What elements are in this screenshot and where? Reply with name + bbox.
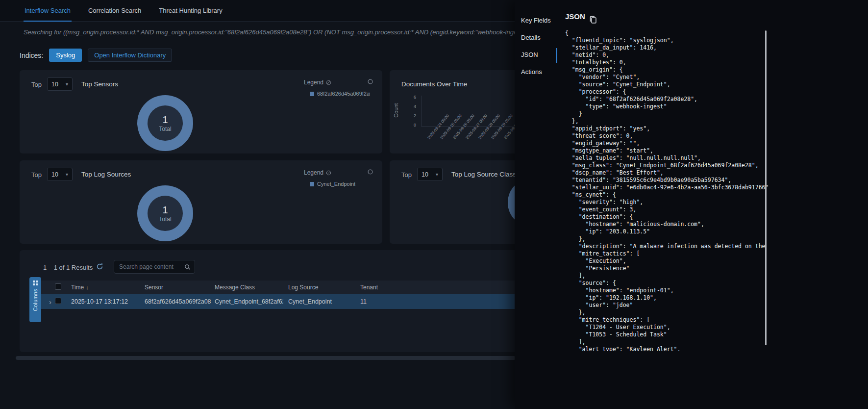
json-line: "ip": "203.0.113.5" (565, 228, 769, 235)
top-log-source-classes-count-select[interactable]: 10 ▾ (417, 168, 443, 181)
json-line: "Execution", (565, 257, 769, 265)
top-sensors-count-select[interactable]: 10 ▾ (47, 77, 73, 91)
json-line: "severity": "high", (565, 199, 769, 206)
json-line: "T1204 - User Execution", (565, 324, 769, 331)
donut-center: 1 Total (148, 105, 183, 141)
legend-item-log-source[interactable]: Cynet_Endpoint (310, 181, 355, 187)
json-line: "msg_origin": { (565, 66, 769, 74)
json-line: "msg_class": "Cynet_Endpoint_68f2af626d4… (565, 162, 769, 169)
column-header-message-class[interactable]: Message Class (215, 284, 283, 291)
json-line: "dscp_name": "Best Effort", (565, 169, 769, 177)
vertical-scrollbar[interactable] (765, 30, 767, 345)
tab-threat-hunting-library[interactable]: Threat Hunting Library (158, 0, 223, 21)
legend-swatch (310, 92, 314, 96)
row-expand-icon[interactable]: › (49, 298, 51, 305)
y-axis-ticks: 6420 (407, 95, 416, 128)
json-section-title: JSON (565, 12, 585, 21)
panel-title: Documents Over Time (401, 80, 467, 88)
indices-label: Indices: (20, 51, 43, 59)
json-line: "T1053 - Scheduled Task" (565, 331, 769, 338)
chevron-down-icon: ▾ (436, 172, 438, 177)
json-line: ], (565, 272, 769, 280)
json-line: "id": "68f2af626d45a069f2a08e28", (565, 96, 769, 103)
tab-correlation-search[interactable]: Correlation Search (87, 0, 142, 21)
syslog-index-button[interactable]: Syslog (49, 49, 82, 62)
json-line: "source": { (565, 280, 769, 287)
json-line: } (565, 110, 769, 118)
donut-total-value: 1 (162, 114, 168, 126)
json-line: "hostname": "malicious-domain.com", (565, 221, 769, 228)
top-log-sources-panel: Top 10 ▾ Top Log Sources Legend Cynet_En… (20, 160, 382, 244)
tab-interflow-search[interactable]: Interflow Search (24, 0, 72, 21)
json-line: "fluentd_topic": "syslogjson", (565, 37, 769, 44)
json-line: "source": "Cynet_Endpoint", (565, 81, 769, 88)
json-line: "description": "A malware infection was … (565, 243, 769, 250)
chevron-down-icon: ▾ (66, 81, 68, 87)
column-header-time[interactable]: Time↓ (71, 284, 89, 291)
json-line: "user": "jdoe" (565, 302, 769, 309)
legend-hide-icon (326, 170, 331, 176)
top-label: Top (31, 171, 42, 179)
json-line: "hostname": "endpoint-01", (565, 287, 769, 294)
select-value: 10 (51, 81, 58, 88)
json-line: "msgtype_name": "start", (565, 147, 769, 154)
json-line: "appid_stdport": "yes", (565, 125, 769, 132)
copy-json-icon[interactable] (589, 15, 597, 24)
column-header-log-source[interactable]: Log Source (288, 284, 354, 291)
json-line: "processor": { (565, 88, 769, 96)
top-log-sources-donut-chart[interactable]: 1 Total (137, 185, 193, 241)
columns-button[interactable]: Columns (29, 277, 41, 322)
json-line: "Persistence" (565, 265, 769, 272)
y-tick: 0 (414, 123, 416, 128)
top-label: Top (31, 81, 42, 88)
top-label: Top (401, 171, 412, 179)
panel-options-icon[interactable] (368, 169, 373, 175)
json-line: "engid_gateway": "", (565, 140, 769, 147)
top-sensors-donut-chart[interactable]: 1 Total (137, 95, 193, 151)
cell-sensor: 68f2af626d45a069f2a08e28 (145, 298, 211, 305)
top-log-sources-count-select[interactable]: 10 ▾ (47, 168, 73, 181)
json-line: "netid": 0, (565, 51, 769, 59)
column-header-tenant[interactable]: Tenant (360, 284, 378, 291)
horizontal-scrollbar[interactable] (16, 356, 516, 360)
row-checkbox[interactable] (55, 298, 61, 304)
column-header-sensor[interactable]: Sensor (145, 284, 211, 291)
cell-message-class: Cynet_Endpoint_68f2af626d45a069f2a08e28 (215, 298, 283, 305)
legend-toggle[interactable]: Legend (304, 169, 331, 176)
select-all-checkbox[interactable] (55, 283, 61, 290)
detail-tab-json[interactable]: JSON (521, 51, 538, 58)
donut-center: 1 Total (148, 196, 183, 231)
sort-descending-icon: ↓ (86, 284, 89, 290)
search-icon (184, 264, 191, 270)
results-count: 1 – 1 of 1 Results (43, 264, 93, 271)
legend-toggle[interactable]: Legend (304, 79, 331, 86)
json-line: "stellar_uuid": "e6db0ac4-92e6-4b2a-aa56… (565, 184, 769, 191)
legend-label: Legend (304, 79, 323, 86)
y-tick: 4 (414, 104, 416, 110)
json-line: "vendor": "Cynet", (565, 74, 769, 81)
legend-swatch (310, 182, 314, 186)
cell-time: 2025-10-17 13:17:12 (71, 298, 128, 305)
detail-tab-key-fields[interactable]: Key Fields (521, 17, 551, 24)
refresh-icon[interactable] (96, 263, 104, 271)
detail-tab-details[interactable]: Details (521, 34, 541, 41)
detail-tab-actions[interactable]: Actions (521, 68, 542, 76)
json-line: "ip": "192.168.1.10", (565, 294, 769, 302)
record-detail-panel: Key Fields Details JSON Actions JSON { "… (515, 0, 868, 409)
json-line: "type": "webhook-ingest" (565, 103, 769, 110)
json-line: "tenantid": "3815595c6c9e4bd9b0ae90a5ba5… (565, 177, 769, 184)
donut-total-value: 1 (162, 204, 168, 216)
json-line: "alert_type": "Kayleen Alert", (565, 346, 769, 351)
open-interflow-dictionary-button[interactable]: Open Interflow Dictionary (88, 49, 172, 62)
legend-hide-icon (326, 80, 331, 85)
search-input[interactable] (118, 263, 181, 271)
json-line: "aella_tuples": "null.null.null.null", (565, 154, 769, 162)
legend-item-sensor[interactable]: 68f2af626d45a069f2a08e28 (310, 91, 370, 97)
y-axis-label: Count (393, 103, 399, 117)
donut-total-label: Total (159, 216, 171, 223)
panel-options-icon[interactable] (368, 79, 373, 84)
json-line: "destination": { (565, 213, 769, 221)
y-tick: 6 (414, 95, 416, 101)
app-root: Interflow Search Correlation Search Thre… (0, 0, 868, 409)
json-viewer[interactable]: { "fluentd_topic": "syslogjson", "stella… (559, 29, 769, 351)
